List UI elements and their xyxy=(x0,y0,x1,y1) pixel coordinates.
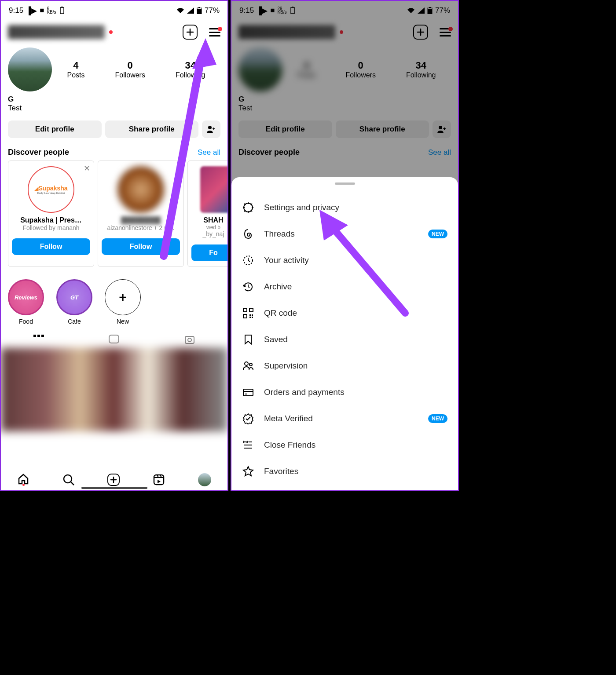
svg-rect-14 xyxy=(291,7,294,14)
square-icon: ■ xyxy=(270,6,275,15)
qr-icon xyxy=(242,307,254,319)
discover-people-button[interactable] xyxy=(202,120,220,138)
card-name: Supaksha | Pres… xyxy=(12,216,90,224)
battery-percent: 77% xyxy=(205,6,220,15)
svg-rect-10 xyxy=(185,336,194,343)
posts-grid-blurred[interactable] xyxy=(1,348,227,431)
status-time: 9:15 xyxy=(9,6,23,15)
profile-stats-row: 4 Posts 0 Followers 34 Following xyxy=(1,44,227,91)
menu-button[interactable] xyxy=(209,28,220,36)
edit-profile-button[interactable]: Edit profile xyxy=(8,120,102,138)
card-avatar: ◢SupakshaEarly Learning Habitat xyxy=(28,166,74,213)
svg-rect-4 xyxy=(198,7,200,8)
plus-icon xyxy=(186,28,194,36)
nav-create[interactable] xyxy=(107,474,120,486)
see-all-link[interactable]: See all xyxy=(198,148,220,157)
svg-point-5 xyxy=(208,126,212,129)
menu-qr[interactable]: QR code xyxy=(231,300,458,326)
close-icon[interactable]: ✕ xyxy=(84,164,90,173)
svg-point-30 xyxy=(249,363,252,366)
menu-supervision[interactable]: Supervision xyxy=(231,353,458,379)
home-indicator xyxy=(81,487,147,489)
discover-people-title: Discover people xyxy=(8,148,69,157)
menu-button[interactable] xyxy=(440,28,451,36)
svg-point-19 xyxy=(439,126,442,129)
profile-avatar[interactable] xyxy=(8,47,52,91)
svg-rect-1 xyxy=(61,7,63,7)
username-blurred[interactable] xyxy=(238,25,335,39)
nav-profile-avatar[interactable] xyxy=(198,473,211,486)
discover-card[interactable]: ████████ aizanonlinestore + 2 m... Follo… xyxy=(98,161,184,267)
reels-tab-icon[interactable] xyxy=(108,334,120,346)
verified-icon xyxy=(242,412,254,425)
profile-avatar-blurred[interactable] xyxy=(238,47,282,91)
grid-tab-icon[interactable] xyxy=(33,334,45,346)
card-sub: aizanonlinestore + 2 m... xyxy=(102,224,180,231)
card-icon xyxy=(242,386,254,398)
follow-button[interactable]: Follow xyxy=(102,238,180,255)
menu-orders[interactable]: Orders and payments xyxy=(231,379,458,405)
bio-text: Test xyxy=(8,104,220,113)
square-icon: ■ xyxy=(40,6,44,15)
sheet-handle[interactable] xyxy=(335,182,355,185)
phone-left: 9:15 ▐▶ ■ 6KB/s 77% xyxy=(0,0,228,491)
svg-rect-22 xyxy=(243,308,247,312)
highlight-new[interactable]: + New xyxy=(105,279,141,325)
nav-home[interactable] xyxy=(17,473,29,487)
card-avatar-blurred xyxy=(117,166,164,213)
activity-icon xyxy=(242,254,254,266)
saved-icon xyxy=(242,333,254,346)
settings-icon xyxy=(242,201,254,214)
discover-card[interactable]: ✕ ◢SupakshaEarly Learning Habitat Supaks… xyxy=(8,161,94,267)
svg-rect-27 xyxy=(249,317,251,318)
username-blurred[interactable] xyxy=(8,25,105,39)
menu-saved[interactable]: Saved xyxy=(231,326,458,353)
notification-dot xyxy=(109,30,113,34)
share-profile-button[interactable]: Share profile xyxy=(336,120,429,138)
svg-rect-18 xyxy=(429,7,431,8)
menu-archive[interactable]: Archive xyxy=(231,274,458,300)
edit-profile-button[interactable]: Edit profile xyxy=(238,120,332,138)
create-button[interactable] xyxy=(183,25,198,40)
menu-close-friends[interactable]: Close Friends xyxy=(231,432,458,458)
svg-rect-23 xyxy=(249,308,253,312)
signal-icon xyxy=(187,7,194,14)
discover-people-button[interactable] xyxy=(433,120,451,138)
svg-rect-9 xyxy=(109,335,119,343)
discover-cards[interactable]: ✕ ◢SupakshaEarly Learning Habitat Supaks… xyxy=(1,161,227,267)
posts-stat[interactable]: 4 Posts xyxy=(67,60,84,79)
card-sub: Followed by mananh xyxy=(12,224,90,231)
followers-stat[interactable]: 0 Followers xyxy=(115,60,145,79)
archive-icon xyxy=(242,281,254,293)
followers-stat[interactable]: 0 Followers xyxy=(345,60,375,79)
card-avatar xyxy=(200,166,227,213)
follow-button[interactable]: Follow xyxy=(12,238,90,255)
svg-rect-26 xyxy=(252,317,253,318)
create-button[interactable] xyxy=(413,25,428,40)
following-stat[interactable]: 34 Following xyxy=(406,60,436,79)
svg-rect-6 xyxy=(33,335,36,337)
follow-button[interactable]: Fo xyxy=(191,244,227,261)
menu-threads[interactable]: Threads NEW xyxy=(231,221,458,247)
see-all-link[interactable]: See all xyxy=(428,148,451,157)
highlight-item[interactable]: GT Cafe xyxy=(56,279,92,325)
profile-bio: G Test xyxy=(1,91,227,116)
star-icon xyxy=(242,465,254,478)
search-icon[interactable] xyxy=(62,474,75,486)
menu-favorites[interactable]: Favorites xyxy=(231,458,458,485)
threads-icon xyxy=(242,228,254,240)
reels-icon[interactable] xyxy=(153,474,165,486)
story-highlights: Reviews Food GT Cafe + New xyxy=(1,267,227,328)
tagged-tab-icon[interactable] xyxy=(183,334,196,346)
menu-meta-verified[interactable]: Meta Verified NEW xyxy=(231,405,458,432)
svg-rect-24 xyxy=(243,314,247,318)
svg-rect-3 xyxy=(197,9,202,14)
highlight-item[interactable]: Reviews Food xyxy=(8,279,44,325)
discover-card-partial[interactable]: SHAH wed b _by_naj Fo xyxy=(187,161,227,267)
menu-notification-dot xyxy=(218,27,222,31)
menu-settings-privacy[interactable]: Settings and privacy xyxy=(231,194,458,221)
svg-point-12 xyxy=(64,475,72,483)
following-stat[interactable]: 34 Following xyxy=(176,60,205,79)
menu-activity[interactable]: Your activity xyxy=(231,247,458,274)
share-profile-button[interactable]: Share profile xyxy=(105,120,199,138)
